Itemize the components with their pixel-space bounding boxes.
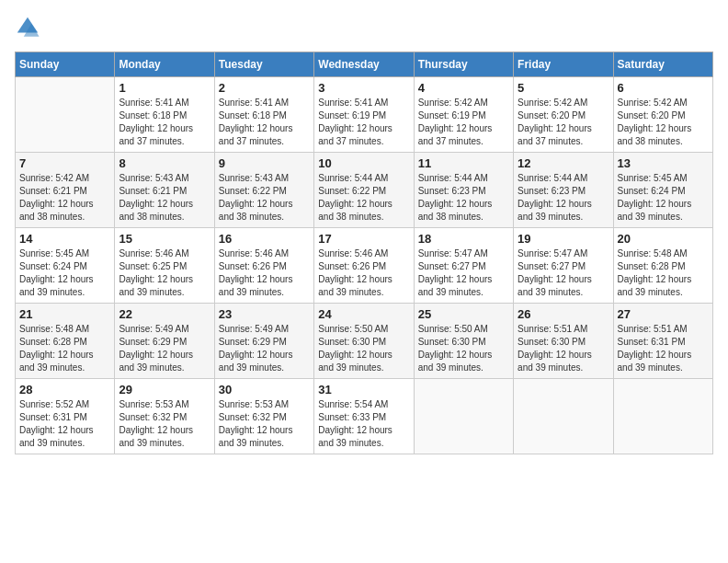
- day-info: Sunrise: 5:54 AM Sunset: 6:33 PM Dayligh…: [318, 398, 409, 450]
- day-info: Sunrise: 5:47 AM Sunset: 6:27 PM Dayligh…: [418, 247, 509, 299]
- calendar-cell: 22Sunrise: 5:49 AM Sunset: 6:29 PM Dayli…: [115, 304, 214, 379]
- day-number: 19: [518, 232, 609, 246]
- day-info: Sunrise: 5:52 AM Sunset: 6:31 PM Dayligh…: [19, 398, 110, 450]
- weekday-header: Monday: [115, 52, 214, 77]
- day-info: Sunrise: 5:43 AM Sunset: 6:21 PM Dayligh…: [119, 172, 210, 224]
- calendar-cell: 2Sunrise: 5:41 AM Sunset: 6:18 PM Daylig…: [214, 77, 313, 153]
- calendar-cell: 18Sunrise: 5:47 AM Sunset: 6:27 PM Dayli…: [414, 228, 513, 304]
- calendar-cell: 11Sunrise: 5:44 AM Sunset: 6:23 PM Dayli…: [414, 153, 513, 228]
- day-info: Sunrise: 5:42 AM Sunset: 6:19 PM Dayligh…: [418, 97, 509, 148]
- day-number: 18: [418, 232, 509, 246]
- day-number: 28: [19, 383, 110, 396]
- day-info: Sunrise: 5:46 AM Sunset: 6:26 PM Dayligh…: [318, 247, 409, 299]
- day-number: 8: [119, 156, 210, 170]
- day-number: 2: [219, 81, 310, 95]
- calendar-cell: 27Sunrise: 5:51 AM Sunset: 6:31 PM Dayli…: [613, 304, 712, 379]
- calendar-cell: 3Sunrise: 5:41 AM Sunset: 6:19 PM Daylig…: [314, 77, 414, 153]
- day-info: Sunrise: 5:41 AM Sunset: 6:19 PM Dayligh…: [318, 97, 409, 148]
- day-info: Sunrise: 5:48 AM Sunset: 6:28 PM Dayligh…: [618, 247, 709, 299]
- day-number: 22: [119, 307, 210, 321]
- day-info: Sunrise: 5:44 AM Sunset: 6:23 PM Dayligh…: [518, 172, 609, 224]
- day-number: 12: [518, 156, 609, 170]
- calendar-cell: 29Sunrise: 5:53 AM Sunset: 6:32 PM Dayli…: [115, 379, 214, 454]
- calendar-cell: 17Sunrise: 5:46 AM Sunset: 6:26 PM Dayli…: [314, 228, 414, 304]
- calendar-cell: 15Sunrise: 5:46 AM Sunset: 6:25 PM Dayli…: [115, 228, 214, 304]
- day-number: 13: [618, 156, 709, 170]
- calendar-cell: 6Sunrise: 5:42 AM Sunset: 6:20 PM Daylig…: [613, 77, 712, 153]
- day-info: Sunrise: 5:51 AM Sunset: 6:30 PM Dayligh…: [518, 323, 609, 374]
- day-info: Sunrise: 5:53 AM Sunset: 6:32 PM Dayligh…: [219, 398, 310, 450]
- day-number: 10: [318, 156, 409, 170]
- weekday-header: Wednesday: [314, 52, 414, 77]
- calendar-cell: 9Sunrise: 5:43 AM Sunset: 6:22 PM Daylig…: [214, 153, 313, 228]
- day-number: 31: [318, 383, 409, 396]
- calendar-week-row: 7Sunrise: 5:42 AM Sunset: 6:21 PM Daylig…: [16, 153, 713, 228]
- calendar-cell: 23Sunrise: 5:49 AM Sunset: 6:29 PM Dayli…: [214, 304, 313, 379]
- calendar-cell: 25Sunrise: 5:50 AM Sunset: 6:30 PM Dayli…: [414, 304, 513, 379]
- day-number: 17: [318, 232, 409, 246]
- day-number: 30: [219, 383, 310, 396]
- weekday-header: Friday: [514, 52, 613, 77]
- calendar-cell: 13Sunrise: 5:45 AM Sunset: 6:24 PM Dayli…: [613, 153, 712, 228]
- day-info: Sunrise: 5:45 AM Sunset: 6:24 PM Dayligh…: [618, 172, 709, 224]
- day-number: 26: [518, 307, 609, 321]
- calendar-cell: [414, 379, 513, 454]
- weekday-header: Sunday: [16, 52, 115, 77]
- day-number: 27: [618, 307, 709, 321]
- calendar-cell: 12Sunrise: 5:44 AM Sunset: 6:23 PM Dayli…: [514, 153, 613, 228]
- day-number: 21: [19, 307, 110, 321]
- day-info: Sunrise: 5:42 AM Sunset: 6:20 PM Dayligh…: [518, 97, 609, 148]
- day-info: Sunrise: 5:43 AM Sunset: 6:22 PM Dayligh…: [219, 172, 310, 224]
- calendar-cell: 4Sunrise: 5:42 AM Sunset: 6:19 PM Daylig…: [414, 77, 513, 153]
- calendar-cell: 24Sunrise: 5:50 AM Sunset: 6:30 PM Dayli…: [314, 304, 414, 379]
- calendar-header: SundayMondayTuesdayWednesdayThursdayFrid…: [16, 52, 713, 77]
- weekday-header: Thursday: [414, 52, 513, 77]
- calendar-cell: [514, 379, 613, 454]
- day-number: 11: [418, 156, 509, 170]
- calendar-cell: 1Sunrise: 5:41 AM Sunset: 6:18 PM Daylig…: [115, 77, 214, 153]
- calendar-week-row: 28Sunrise: 5:52 AM Sunset: 6:31 PM Dayli…: [16, 379, 713, 454]
- calendar-week-row: 1Sunrise: 5:41 AM Sunset: 6:18 PM Daylig…: [16, 77, 713, 153]
- calendar-week-row: 21Sunrise: 5:48 AM Sunset: 6:28 PM Dayli…: [16, 304, 713, 379]
- calendar-table: SundayMondayTuesdayWednesdayThursdayFrid…: [15, 52, 713, 454]
- day-info: Sunrise: 5:49 AM Sunset: 6:29 PM Dayligh…: [119, 323, 210, 374]
- day-number: 9: [219, 156, 310, 170]
- day-info: Sunrise: 5:47 AM Sunset: 6:27 PM Dayligh…: [518, 247, 609, 299]
- calendar-cell: 10Sunrise: 5:44 AM Sunset: 6:22 PM Dayli…: [314, 153, 414, 228]
- calendar-week-row: 14Sunrise: 5:45 AM Sunset: 6:24 PM Dayli…: [16, 228, 713, 304]
- calendar-cell: 21Sunrise: 5:48 AM Sunset: 6:28 PM Dayli…: [16, 304, 115, 379]
- day-number: 5: [518, 81, 609, 95]
- day-info: Sunrise: 5:53 AM Sunset: 6:32 PM Dayligh…: [119, 398, 210, 450]
- day-info: Sunrise: 5:50 AM Sunset: 6:30 PM Dayligh…: [418, 323, 509, 374]
- calendar-cell: 5Sunrise: 5:42 AM Sunset: 6:20 PM Daylig…: [514, 77, 613, 153]
- calendar-cell: 31Sunrise: 5:54 AM Sunset: 6:33 PM Dayli…: [314, 379, 414, 454]
- day-info: Sunrise: 5:42 AM Sunset: 6:21 PM Dayligh…: [19, 172, 110, 224]
- page-header: [15, 15, 713, 40]
- calendar-cell: 7Sunrise: 5:42 AM Sunset: 6:21 PM Daylig…: [16, 153, 115, 228]
- calendar-body: 1Sunrise: 5:41 AM Sunset: 6:18 PM Daylig…: [16, 77, 713, 454]
- day-number: 20: [618, 232, 709, 246]
- day-info: Sunrise: 5:44 AM Sunset: 6:22 PM Dayligh…: [318, 172, 409, 224]
- day-info: Sunrise: 5:44 AM Sunset: 6:23 PM Dayligh…: [418, 172, 509, 224]
- day-number: 3: [318, 81, 409, 95]
- weekday-header: Tuesday: [214, 52, 313, 77]
- day-number: 7: [19, 156, 110, 170]
- day-info: Sunrise: 5:42 AM Sunset: 6:20 PM Dayligh…: [618, 97, 709, 148]
- logo-icon: [15, 15, 40, 40]
- day-number: 25: [418, 307, 509, 321]
- day-number: 15: [119, 232, 210, 246]
- logo: [15, 15, 44, 40]
- day-number: 14: [19, 232, 110, 246]
- calendar-cell: [16, 77, 115, 153]
- day-number: 6: [618, 81, 709, 95]
- day-info: Sunrise: 5:46 AM Sunset: 6:25 PM Dayligh…: [119, 247, 210, 299]
- day-info: Sunrise: 5:49 AM Sunset: 6:29 PM Dayligh…: [219, 323, 310, 374]
- day-info: Sunrise: 5:45 AM Sunset: 6:24 PM Dayligh…: [19, 247, 110, 299]
- day-info: Sunrise: 5:50 AM Sunset: 6:30 PM Dayligh…: [318, 323, 409, 374]
- weekday-header: Saturday: [613, 52, 712, 77]
- day-number: 4: [418, 81, 509, 95]
- day-info: Sunrise: 5:51 AM Sunset: 6:31 PM Dayligh…: [618, 323, 709, 374]
- calendar-cell: 28Sunrise: 5:52 AM Sunset: 6:31 PM Dayli…: [16, 379, 115, 454]
- calendar-cell: 20Sunrise: 5:48 AM Sunset: 6:28 PM Dayli…: [613, 228, 712, 304]
- calendar-cell: 26Sunrise: 5:51 AM Sunset: 6:30 PM Dayli…: [514, 304, 613, 379]
